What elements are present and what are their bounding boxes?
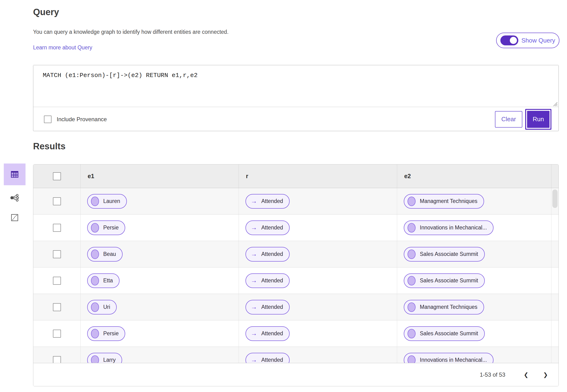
results-view-sidebar <box>4 164 26 225</box>
pagination-next-button[interactable]: ❯ <box>543 371 548 378</box>
arrow-right-icon: → <box>249 330 257 337</box>
table-row: Persie →Attended Innovations in Mechanic… <box>33 215 558 241</box>
show-query-label: Show Query <box>521 37 555 44</box>
column-header-r: r <box>239 173 248 180</box>
entity-label: Persie <box>103 330 119 337</box>
learn-more-link[interactable]: Learn more about Query <box>33 44 92 51</box>
query-page: Query You can query a knowledge graph to… <box>0 0 567 392</box>
entity-pill[interactable]: Larry <box>87 353 122 363</box>
toggle-knob <box>509 36 517 44</box>
entity-pill[interactable]: Uri <box>87 300 117 314</box>
header-scrollbar-cell <box>552 165 558 188</box>
show-query-toggle[interactable]: Show Query <box>496 33 559 48</box>
row-checkbox[interactable] <box>53 197 61 205</box>
table-row: Uri →Attended Managment Techniques <box>33 294 558 321</box>
toggle-switch-icon[interactable] <box>500 35 518 45</box>
graph-view-icon <box>10 193 20 203</box>
entity-circle-icon <box>408 250 415 259</box>
graph-view-button[interactable] <box>4 190 26 205</box>
chart-view-icon <box>10 213 19 222</box>
table-footer: 1-53 of 53 ❮ ❯ <box>33 363 558 386</box>
column-header-e2: e2 <box>397 173 411 180</box>
relation-pill[interactable]: →Attended <box>246 221 290 235</box>
entity-pill[interactable]: Lauren <box>87 194 127 209</box>
relation-label: Attended <box>261 304 283 310</box>
entity-pill[interactable]: Sales Associate Summit <box>404 247 485 262</box>
entity-circle-icon <box>408 355 415 363</box>
row-checkbox[interactable] <box>53 303 61 311</box>
table-row: Beau →Attended Sales Associate Summit <box>33 241 558 267</box>
clear-button[interactable]: Clear <box>495 111 522 127</box>
pagination-range-label: 1-53 of 53 <box>480 371 505 378</box>
entity-pill[interactable]: Managment Techniques <box>404 194 484 209</box>
relation-pill[interactable]: →Attended <box>246 326 290 341</box>
entity-circle-icon <box>408 196 415 206</box>
arrow-right-icon: → <box>249 224 257 231</box>
relation-label: Attended <box>261 198 283 204</box>
entity-circle-icon <box>91 355 99 363</box>
entity-pill[interactable]: Etta <box>87 273 120 288</box>
chart-view-button[interactable] <box>4 210 26 225</box>
entity-circle-icon <box>91 329 99 338</box>
entity-label: Managment Techniques <box>420 304 477 310</box>
entity-circle-icon <box>91 302 99 312</box>
table-view-icon <box>10 170 19 179</box>
entity-label: Etta <box>103 277 113 284</box>
relation-label: Attended <box>261 251 283 257</box>
entity-circle-icon <box>408 276 415 285</box>
entity-pill[interactable]: Persie <box>87 221 125 235</box>
table-body: Lauren →Attended Managment Techniques Pe… <box>33 188 558 363</box>
arrow-right-icon: → <box>249 251 257 258</box>
row-checkbox[interactable] <box>53 330 61 338</box>
run-button-focus-ring: Run <box>525 109 552 130</box>
entity-label: Beau <box>103 251 116 257</box>
table-view-button[interactable] <box>4 164 26 185</box>
relation-label: Attended <box>261 224 283 231</box>
entity-label: Sales Associate Summit <box>420 330 478 337</box>
entity-label: Sales Associate Summit <box>420 277 478 284</box>
entity-label: Lauren <box>103 198 120 204</box>
row-checkbox[interactable] <box>53 277 61 285</box>
entity-pill[interactable]: Innovations in Mechanical... <box>404 221 494 235</box>
entity-circle-icon <box>408 223 415 233</box>
entity-label: Sales Associate Summit <box>420 251 478 257</box>
relation-label: Attended <box>261 277 283 284</box>
relation-pill[interactable]: →Attended <box>246 247 290 262</box>
query-editor-input[interactable]: MATCH (e1:Person)-[r]->(e2) RETURN e1,r,… <box>33 65 558 107</box>
table-row: Persie →Attended Sales Associate Summit <box>33 321 558 347</box>
relation-pill[interactable]: →Attended <box>246 300 290 314</box>
entity-label: Uri <box>103 304 110 310</box>
run-button[interactable]: Run <box>527 111 550 128</box>
query-editor-panel: MATCH (e1:Person)-[r]->(e2) RETURN e1,r,… <box>33 65 559 131</box>
entity-circle-icon <box>408 302 415 312</box>
query-toolbar: Include Provenance Clear Run <box>33 107 558 131</box>
entity-circle-icon <box>408 329 415 338</box>
table-scrollbar[interactable] <box>552 190 558 208</box>
entity-pill[interactable]: Managment Techniques <box>404 300 484 314</box>
arrow-right-icon: → <box>249 356 257 363</box>
relation-pill[interactable]: →Attended <box>246 273 290 288</box>
entity-label: Persie <box>103 224 119 231</box>
entity-pill[interactable]: Beau <box>87 247 123 262</box>
entity-pill[interactable]: Innovations in Mechanical... <box>404 353 494 363</box>
header-checkbox-cell <box>33 165 81 188</box>
select-all-checkbox[interactable] <box>53 172 61 180</box>
arrow-right-icon: → <box>249 197 257 205</box>
entity-pill[interactable]: Sales Associate Summit <box>404 273 485 288</box>
include-provenance-checkbox[interactable] <box>44 115 52 123</box>
relation-pill[interactable]: →Attended <box>246 353 290 363</box>
relation-pill[interactable]: →Attended <box>246 194 290 209</box>
entity-pill[interactable]: Sales Associate Summit <box>404 326 485 341</box>
header-cell-e1: e1 <box>81 165 239 188</box>
row-checkbox[interactable] <box>53 250 61 258</box>
header-cell-e2: e2 <box>397 165 552 188</box>
table-row: Larry →Attended Innovations in Mechanica… <box>33 347 558 363</box>
row-checkbox[interactable] <box>53 356 61 363</box>
query-description: You can query a knowledge graph to ident… <box>33 29 228 35</box>
relation-label: Attended <box>261 357 283 363</box>
pagination-prev-button[interactable]: ❮ <box>524 371 528 378</box>
row-checkbox[interactable] <box>53 224 61 232</box>
entity-label: Larry <box>103 357 115 363</box>
entity-label: Innovations in Mechanical... <box>420 224 487 231</box>
entity-pill[interactable]: Persie <box>87 326 125 341</box>
